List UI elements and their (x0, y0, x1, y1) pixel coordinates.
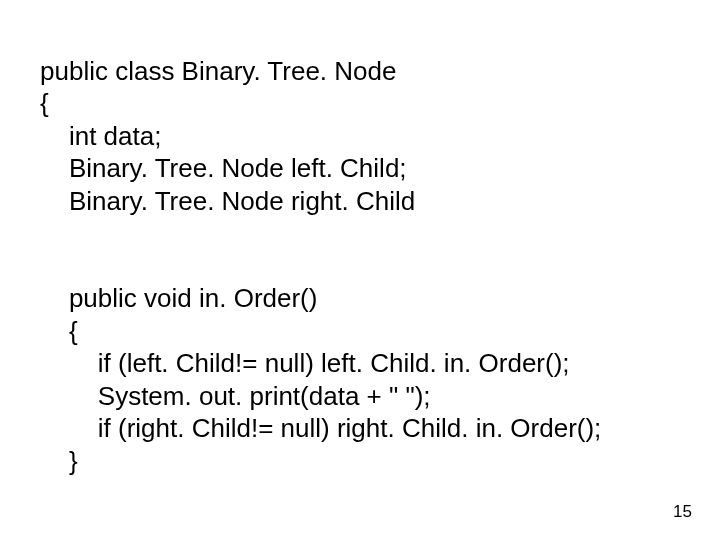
code-line-11: System. out. print(data + " "); (40, 381, 431, 411)
code-line-9: { (40, 316, 78, 346)
code-line-12: if (right. Child!= null) right. Child. i… (40, 413, 601, 443)
code-line-10: if (left. Child!= null) left. Child. in.… (40, 348, 570, 378)
code-line-8: public void in. Order() (40, 283, 317, 313)
code-line-5: Binary. Tree. Node right. Child (40, 186, 415, 216)
slide: public class Binary. Tree. Node { int da… (0, 0, 720, 540)
page-number: 15 (673, 502, 692, 522)
code-line-2: { (40, 88, 49, 118)
code-block: public class Binary. Tree. Node { int da… (40, 22, 720, 477)
code-line-4: Binary. Tree. Node left. Child; (40, 153, 407, 183)
code-line-3: int data; (40, 121, 161, 151)
code-line-13: } (40, 446, 78, 476)
code-line-1: public class Binary. Tree. Node (40, 56, 396, 86)
